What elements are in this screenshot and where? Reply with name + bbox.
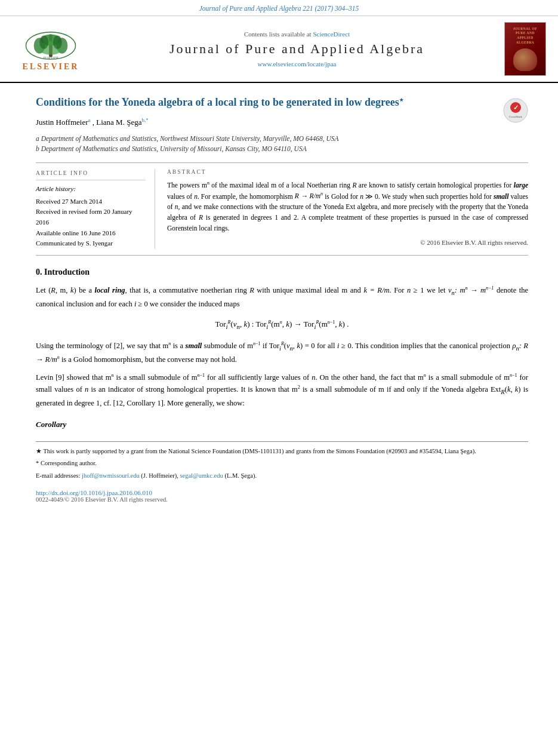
paper-title: Conditions for the Yoneda algebra of a l… bbox=[36, 95, 528, 110]
main-content: ✓ CrossMark Conditions for the Yoneda al… bbox=[0, 83, 558, 515]
communicated-by: Communicated by S. Iyengar bbox=[36, 238, 146, 249]
svg-text:ELSEVIER: ELSEVIER bbox=[42, 56, 58, 60]
received-date: Received 27 March 2014 bbox=[36, 196, 146, 207]
email2-link[interactable]: segal@umkc.edu bbox=[180, 472, 223, 479]
elsevier-logo: ELSEVIER ELSEVIER bbox=[12, 27, 90, 72]
affiliations: a Department of Mathematics and Statisti… bbox=[36, 134, 528, 155]
crossmark-icon: ✓ CrossMark bbox=[503, 98, 528, 123]
corollary-label: Corollary bbox=[36, 420, 528, 429]
article-info-panel: ARTICLE INFO Article history: Received 2… bbox=[36, 169, 155, 249]
elsevier-brand: ELSEVIER bbox=[23, 62, 79, 72]
intro-para3: Levin [9] showed that mn is a small subm… bbox=[36, 371, 528, 409]
math-display-tor: ToriR(νn, k) : ToriR(mn, k) → ToriR(mn−1… bbox=[36, 319, 528, 330]
email-label: E-mail addresses: bbox=[36, 472, 80, 479]
svg-point-7 bbox=[53, 35, 62, 49]
svg-point-6 bbox=[39, 35, 48, 49]
footnote-corresponding: * Corresponding author. bbox=[36, 459, 528, 468]
email2-author: (L.M. Şega). bbox=[224, 472, 257, 479]
top-bar: Journal of Pure and Applied Algebra 221 … bbox=[0, 0, 558, 16]
contents-label: Contents lists available at ScienceDirec… bbox=[95, 30, 498, 38]
journal-ref: Journal of Pure and Applied Algebra 221 … bbox=[199, 5, 359, 12]
abstract-panel: ABSTRACT The powers mn of the maximal id… bbox=[167, 169, 528, 249]
header-divider bbox=[36, 162, 528, 163]
sciencedirect-link[interactable]: ScienceDirect bbox=[313, 30, 350, 38]
paper-title-text: Conditions for the Yoneda algebra of a l… bbox=[36, 96, 399, 108]
author1-sup: a bbox=[88, 117, 91, 123]
email1-author: (J. Hoffmeier) bbox=[141, 472, 177, 479]
journal-center-header: Contents lists available at ScienceDirec… bbox=[95, 30, 498, 67]
copyright-notice: © 2016 Elsevier B.V. All rights reserved… bbox=[167, 239, 528, 246]
intro-para2: Using the terminology of [2], we say tha… bbox=[36, 340, 528, 365]
footnote-section: ★ This work is partly supported by a gra… bbox=[36, 441, 528, 481]
article-info-title: ARTICLE INFO bbox=[36, 169, 146, 180]
elsevier-tree-icon: ELSEVIER bbox=[21, 30, 81, 61]
author2-sup: b,* bbox=[141, 117, 148, 123]
title-star: ★ bbox=[399, 97, 403, 103]
abstract-text: The powers mn of the maximal ideal m of … bbox=[167, 180, 528, 234]
doi-section: http://dx.doi.org/10.1016/j.jpaa.2016.06… bbox=[36, 489, 528, 503]
article-info-abstract: ARTICLE INFO Article history: Received 2… bbox=[36, 169, 528, 249]
author2-name: , Liana M. Şega bbox=[93, 118, 142, 127]
available-date: Available online 16 June 2016 bbox=[36, 228, 146, 239]
journal-url[interactable]: www.elsevier.com/locate/jpaa bbox=[95, 60, 498, 67]
journal-cover-image: JOURNAL OFPURE ANDAPPLIEDALGEBRA bbox=[504, 22, 546, 76]
affil-b: b Department of Mathematics and Statisti… bbox=[36, 144, 528, 154]
authors-line: Justin Hoffmeiera , Liana M. Şegab,* bbox=[36, 117, 528, 127]
revised-date: Received in revised form 20 January 2016 bbox=[36, 207, 146, 228]
email1-link[interactable]: jhoff@nwmissouri.edu bbox=[82, 472, 140, 479]
doi-url[interactable]: http://dx.doi.org/10.1016/j.jpaa.2016.06… bbox=[36, 489, 152, 496]
footnote-emails: E-mail addresses: jhoff@nwmissouri.edu (… bbox=[36, 471, 528, 481]
article-history-label: Article history: bbox=[36, 184, 146, 195]
svg-text:✓: ✓ bbox=[513, 104, 519, 111]
author1-name: Justin Hoffmeier bbox=[36, 118, 88, 127]
abstract-divider bbox=[36, 255, 528, 256]
affil-a: a Department of Mathematics and Statisti… bbox=[36, 134, 528, 144]
section-0-heading: 0. Introduction bbox=[36, 268, 528, 277]
journal-title-header: Journal of Pure and Applied Algebra bbox=[95, 41, 498, 57]
journal-header: ELSEVIER ELSEVIER Contents lists availab… bbox=[0, 16, 558, 83]
abstract-title: ABSTRACT bbox=[167, 169, 528, 175]
footnote-star: ★ This work is partly supported by a gra… bbox=[36, 447, 528, 456]
svg-text:CrossMark: CrossMark bbox=[509, 115, 523, 118]
doi-copyright: 0022-4049/© 2016 Elsevier B.V. All right… bbox=[36, 496, 528, 503]
intro-para1: Let (R, m, k) be a local ring, that is, … bbox=[36, 284, 528, 310]
